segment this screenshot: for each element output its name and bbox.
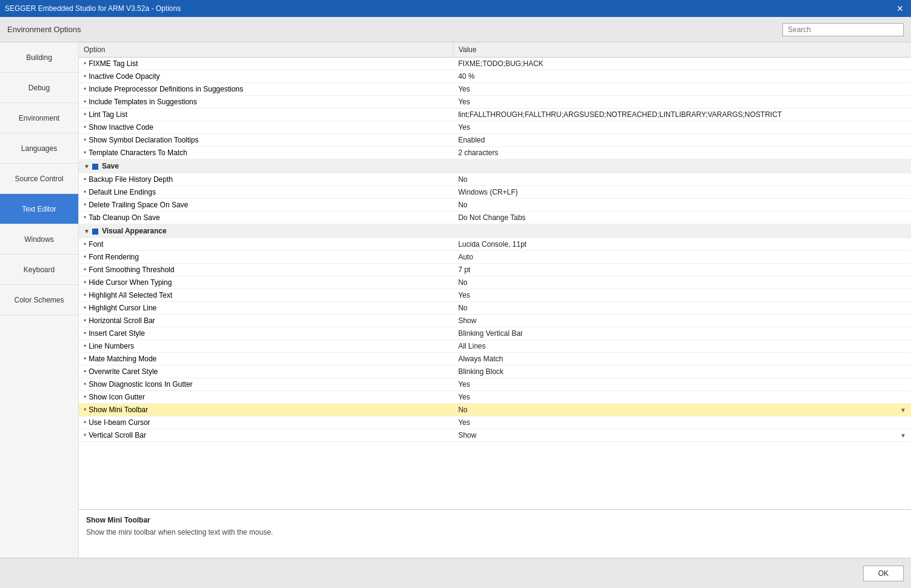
table-container[interactable]: Option Value •FIXME Tag ListFIXME;TODO;B…: [79, 42, 911, 509]
value-cell: Yes: [453, 289, 911, 302]
table-row[interactable]: •Overwrite Caret StyleBlinking Block: [79, 366, 911, 378]
header-title: Environment Options: [7, 25, 81, 34]
value-cell: All Lines: [453, 340, 911, 353]
table-row[interactable]: •Use I-beam CursorYes: [79, 416, 911, 429]
table-row[interactable]: •Lint Tag Listlint;FALLTHROUGH;FALLTHRU;…: [79, 109, 911, 121]
option-cell: •Highlight All Selected Text: [79, 289, 453, 302]
table-row[interactable]: •Show Inactive CodeYes: [79, 121, 911, 134]
table-row[interactable]: •FIXME Tag ListFIXME;TODO;BUG;HACK: [79, 58, 911, 70]
sidebar-item-color-schemes[interactable]: Color Schemes: [0, 285, 78, 315]
option-cell: •Include Templates in Suggestions: [79, 96, 453, 109]
ok-button[interactable]: OK: [863, 566, 904, 581]
table-row[interactable]: •Template Characters To Match2 character…: [79, 147, 911, 159]
options-panel: Option Value •FIXME Tag ListFIXME;TODO;B…: [79, 42, 911, 558]
value-cell: Always Match: [453, 353, 911, 366]
option-cell: •Line Numbers: [79, 340, 453, 353]
table-row[interactable]: •Hide Cursor When TypingNo: [79, 276, 911, 289]
value-cell: Yes: [453, 121, 911, 134]
option-cell: •Insert Caret Style: [79, 327, 453, 340]
option-cell: •Backup File History Depth: [79, 173, 453, 186]
table-row[interactable]: •Mate Matching ModeAlways Match: [79, 353, 911, 366]
value-cell: Yes: [453, 96, 911, 109]
option-cell: •Default Line Endings: [79, 186, 453, 199]
column-value: Value: [453, 42, 911, 58]
close-button[interactable]: ✕: [894, 2, 906, 15]
footer: OK: [0, 558, 911, 588]
table-row[interactable]: •Include Preprocessor Definitions in Sug…: [79, 83, 911, 96]
table-row[interactable]: •Highlight All Selected TextYes: [79, 289, 911, 302]
options-table: Option Value •FIXME Tag ListFIXME;TODO;B…: [79, 42, 911, 442]
description-text: Show the mini toolbar when selecting tex…: [86, 528, 904, 536]
value-cell: Blinking Block: [453, 366, 911, 378]
option-cell: •Inactive Code Opacity: [79, 70, 453, 83]
value-cell: Yes: [453, 391, 911, 404]
sidebar-item-debug[interactable]: Debug: [0, 73, 78, 103]
table-row[interactable]: •Font RenderingAuto: [79, 251, 911, 264]
column-option: Option: [79, 42, 453, 58]
value-cell: Yes: [453, 83, 911, 96]
option-cell: •Lint Tag List: [79, 109, 453, 121]
table-row[interactable]: •Horizontal Scroll BarShow: [79, 315, 911, 327]
value-cell: Show: [453, 315, 911, 327]
value-cell: Yes: [453, 416, 911, 429]
sidebar-item-windows[interactable]: Windows: [0, 224, 78, 255]
sidebar: BuildingDebugEnvironmentLanguagesSource …: [0, 42, 79, 558]
window-title: SEGGER Embedded Studio for ARM V3.52a - …: [5, 4, 181, 13]
value-cell: No: [453, 276, 911, 289]
value-cell: Blinking Vertical Bar: [453, 327, 911, 340]
value-cell: Enabled: [453, 134, 911, 147]
table-row[interactable]: •Insert Caret StyleBlinking Vertical Bar: [79, 327, 911, 340]
table-row[interactable]: •Show Mini ToolbarNo▼: [79, 404, 911, 416]
sidebar-item-keyboard[interactable]: Keyboard: [0, 255, 78, 285]
option-cell: •Use I-beam Cursor: [79, 416, 453, 429]
value-cell: Lucida Console, 11pt: [453, 238, 911, 251]
sidebar-item-languages[interactable]: Languages: [0, 133, 78, 164]
table-row[interactable]: •Show Diagnostic Icons In GutterYes: [79, 378, 911, 391]
table-row[interactable]: •Inactive Code Opacity40 %: [79, 70, 911, 83]
option-cell: •Tab Cleanup On Save: [79, 212, 453, 224]
options-header: Environment Options: [0, 17, 911, 42]
value-cell: 40 %: [453, 70, 911, 83]
section-header[interactable]: ▼Save: [79, 159, 911, 173]
description-title: Show Mini Toolbar: [86, 516, 904, 524]
sidebar-item-environment[interactable]: Environment: [0, 103, 78, 133]
table-row[interactable]: •Include Templates in SuggestionsYes: [79, 96, 911, 109]
value-cell: Do Not Change Tabs: [453, 212, 911, 224]
value-cell: lint;FALLTHROUGH;FALLTHRU;ARGSUSED;NOTRE…: [453, 109, 911, 121]
option-cell: •Hide Cursor When Typing: [79, 276, 453, 289]
value-cell: No: [453, 302, 911, 315]
section-header[interactable]: ▼Visual Appearance: [79, 224, 911, 238]
table-row[interactable]: •Font Smoothing Threshold7 pt: [79, 264, 911, 276]
description-panel: Show Mini Toolbar Show the mini toolbar …: [79, 509, 911, 558]
table-row[interactable]: •FontLucida Console, 11pt: [79, 238, 911, 251]
value-cell: Yes: [453, 378, 911, 391]
value-cell[interactable]: Show▼: [453, 429, 911, 442]
table-row[interactable]: •Backup File History DepthNo: [79, 173, 911, 186]
table-row[interactable]: •Line NumbersAll Lines: [79, 340, 911, 353]
option-cell: •Show Icon Gutter: [79, 391, 453, 404]
table-row[interactable]: •Tab Cleanup On SaveDo Not Change Tabs: [79, 212, 911, 224]
table-row[interactable]: •Show Symbol Declaration TooltipsEnabled: [79, 134, 911, 147]
value-cell: No: [453, 173, 911, 186]
sidebar-item-text-editor[interactable]: Text Editor: [0, 194, 78, 224]
option-cell: •Show Diagnostic Icons In Gutter: [79, 378, 453, 391]
table-row[interactable]: •Delete Trailing Space On SaveNo: [79, 199, 911, 212]
option-cell: •Template Characters To Match: [79, 147, 453, 159]
option-cell: •Font Rendering: [79, 251, 453, 264]
table-row[interactable]: •Highlight Cursor LineNo: [79, 302, 911, 315]
option-cell: •Font Smoothing Threshold: [79, 264, 453, 276]
sidebar-item-building[interactable]: Building: [0, 42, 78, 73]
table-row[interactable]: •Vertical Scroll BarShow▼: [79, 429, 911, 442]
table-row[interactable]: •Show Icon GutterYes: [79, 391, 911, 404]
value-cell: No: [453, 199, 911, 212]
value-cell: 7 pt: [453, 264, 911, 276]
option-cell: •Show Mini Toolbar: [79, 404, 453, 416]
value-cell[interactable]: No▼: [453, 404, 911, 416]
option-cell: •Show Inactive Code: [79, 121, 453, 134]
option-cell: •Include Preprocessor Definitions in Sug…: [79, 83, 453, 96]
sidebar-item-source-control[interactable]: Source Control: [0, 164, 78, 194]
table-row[interactable]: •Default Line EndingsWindows (CR+LF): [79, 186, 911, 199]
value-cell: Auto: [453, 251, 911, 264]
search-input[interactable]: [782, 23, 904, 36]
option-cell: •Horizontal Scroll Bar: [79, 315, 453, 327]
